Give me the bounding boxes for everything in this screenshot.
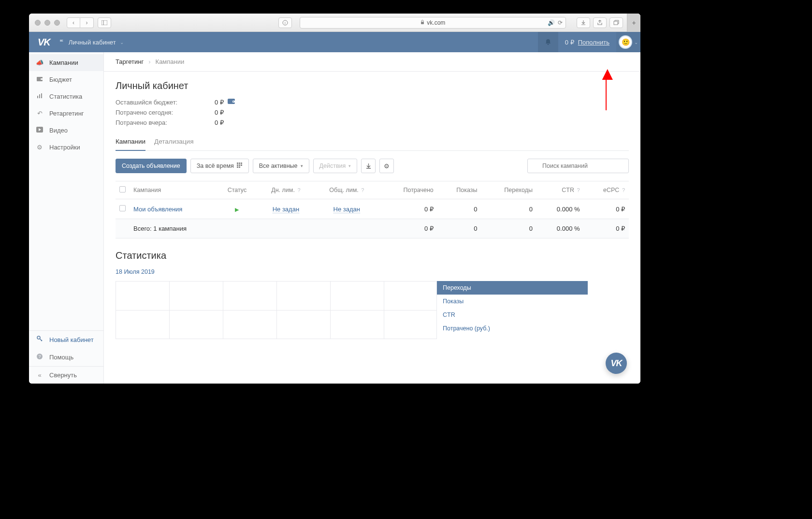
period-label: За всё время <box>197 163 234 169</box>
legend-item-ctr[interactable]: CTR <box>437 308 588 322</box>
shield-icon: i <box>282 20 288 26</box>
help-icon[interactable]: ? <box>622 187 625 193</box>
select-all-checkbox[interactable] <box>119 186 126 193</box>
search-input[interactable] <box>527 159 629 173</box>
browser-share-button[interactable] <box>593 17 607 28</box>
th-total-limit[interactable]: Общ. лим. ? <box>314 181 379 199</box>
total-limit-link[interactable]: Не задан <box>334 206 360 213</box>
stats-chart[interactable] <box>116 281 437 339</box>
browser-privacy-button[interactable]: i <box>278 17 292 28</box>
svg-rect-8 <box>37 96 38 98</box>
sound-icon[interactable]: 🔊 <box>548 19 555 26</box>
legend-item-clicks[interactable]: Переходы <box>437 281 588 295</box>
sidebar-item-statistics[interactable]: Статистика <box>29 88 103 105</box>
th-ctr[interactable]: CTR ? <box>536 181 584 199</box>
maximize-icon[interactable] <box>54 20 60 26</box>
notifications-button[interactable] <box>538 32 558 52</box>
browser-sidebar-button[interactable] <box>98 17 111 28</box>
sidebar-item-retargeting[interactable]: ↶ Ретаргетинг <box>29 105 103 122</box>
th-daily-limit[interactable]: Дн. лим. ? <box>258 181 314 199</box>
stats-legend: Переходы Показы CTR Потрачено (руб.) <box>437 281 588 339</box>
budget-yesterday-value: 0 ₽ <box>215 119 224 126</box>
budget-summary: Оставшийся бюджет: 0 ₽ Потрачено сегодня… <box>116 98 629 126</box>
browser-back-button[interactable]: ‹ <box>67 17 80 28</box>
actions-label: Действия <box>319 163 346 169</box>
svg-rect-7 <box>41 78 43 80</box>
th-impressions[interactable]: Показы <box>437 181 481 199</box>
th-campaign[interactable]: Кампания <box>130 181 217 199</box>
browser-forward-button[interactable]: › <box>80 17 94 28</box>
campaign-link[interactable]: Мои объявления <box>133 206 182 213</box>
vk-logo[interactable]: VK <box>38 37 50 48</box>
sidebar-new-cabinet[interactable]: Новый кабинет <box>29 331 103 348</box>
sidebar-item-label: Видео <box>49 127 68 134</box>
browser-url-bar[interactable]: vk.com 🔊 ⟳ <box>300 17 566 29</box>
cell-impressions: 0 <box>437 199 481 219</box>
th-clicks[interactable]: Переходы <box>481 181 536 199</box>
sidebar-item-video[interactable]: Видео <box>29 122 103 139</box>
th-status[interactable]: Статус <box>217 181 258 199</box>
sidebar-item-settings[interactable]: ⚙ Настройки <box>29 139 103 156</box>
breadcrumb-root[interactable]: Таргетинг <box>116 58 144 65</box>
th-spent[interactable]: Потрачено <box>379 181 437 199</box>
sidebar-item-campaigns[interactable]: 📣 Кампании <box>29 54 103 71</box>
daily-limit-link[interactable]: Не задан <box>273 206 299 213</box>
breadcrumb-current: Кампании <box>156 58 185 65</box>
reload-icon[interactable]: ⟳ <box>558 19 563 26</box>
legend-item-impressions[interactable]: Показы <box>437 295 588 308</box>
stats-date[interactable]: 18 Июля 2019 <box>116 268 155 275</box>
wallet-icon[interactable] <box>228 98 235 106</box>
balance-value: 0 ₽ <box>565 39 574 46</box>
chevron-down-icon: ⌄ <box>120 40 124 45</box>
browser-downloads-button[interactable] <box>577 17 590 28</box>
bars-icon <box>36 93 44 100</box>
browser-titlebar: ‹ › i vk.com 🔊 ⟳ <box>29 14 640 32</box>
bell-icon <box>544 38 552 46</box>
cell-ecpc: 0 ₽ <box>584 199 629 219</box>
cabinet-selector[interactable]: Личный кабинет ⌄ <box>59 39 124 46</box>
download-button[interactable] <box>361 159 376 173</box>
sidebar-item-label: Новый кабинет <box>49 336 94 343</box>
svg-text:?: ? <box>38 354 41 359</box>
minimize-icon[interactable] <box>44 20 50 26</box>
help-icon[interactable]: ? <box>577 187 580 193</box>
vk-fab[interactable]: VK <box>606 353 627 374</box>
new-tab-button[interactable]: + <box>627 14 640 32</box>
th-ecpc[interactable]: eCPC ? <box>584 181 629 199</box>
chevron-down-icon: ▾ <box>348 163 351 168</box>
svg-text:i: i <box>285 21 286 25</box>
budget-remaining-value: 0 ₽ <box>215 99 224 106</box>
status-filter[interactable]: Все активные ▾ <box>253 159 309 173</box>
avatar: 🙂 <box>619 35 632 49</box>
cabinet-label: Личный кабинет <box>69 39 116 46</box>
help-icon: ? <box>36 353 44 361</box>
budget-remaining-label: Оставшийся бюджет: <box>116 99 215 106</box>
tab-details[interactable]: Детализация <box>154 138 193 150</box>
totals-label: Всего: 1 кампания <box>130 219 379 238</box>
legend-item-spent[interactable]: Потрачено (руб.) <box>437 322 588 335</box>
replenish-link[interactable]: Пополнить <box>578 39 609 46</box>
close-icon[interactable] <box>35 20 41 26</box>
sidebar-help[interactable]: ? Помощь <box>29 348 103 366</box>
user-menu[interactable]: 🙂 ⌄ <box>616 32 640 52</box>
browser-tabs-button[interactable] <box>609 17 623 28</box>
sidebar-collapse[interactable]: « Свернуть <box>29 367 103 384</box>
megaphone-icon: 📣 <box>36 59 44 66</box>
table-row: Мои объявления ▶ Не задан Не задан 0 ₽ 0… <box>116 199 629 219</box>
tab-campaigns[interactable]: Кампании <box>116 138 145 151</box>
help-icon[interactable]: ? <box>297 187 300 193</box>
sidebar-item-budget[interactable]: Бюджет <box>29 71 103 88</box>
window-controls[interactable] <box>35 20 60 26</box>
chevron-down-icon: ▾ <box>301 163 303 168</box>
budget-today-value: 0 ₽ <box>215 109 224 116</box>
collapse-icon: « <box>36 371 44 379</box>
download-icon <box>365 163 372 169</box>
chevron-down-icon: ⌄ <box>634 40 638 45</box>
status-active-icon[interactable]: ▶ <box>235 207 239 212</box>
create-ad-button[interactable]: Создать объявление <box>116 159 187 173</box>
help-icon[interactable]: ? <box>361 187 364 193</box>
settings-button[interactable]: ⚙ <box>379 159 394 173</box>
period-selector[interactable]: За всё время <box>190 159 249 173</box>
row-checkbox[interactable] <box>119 205 126 211</box>
actions-dropdown[interactable]: Действия ▾ <box>313 159 358 173</box>
